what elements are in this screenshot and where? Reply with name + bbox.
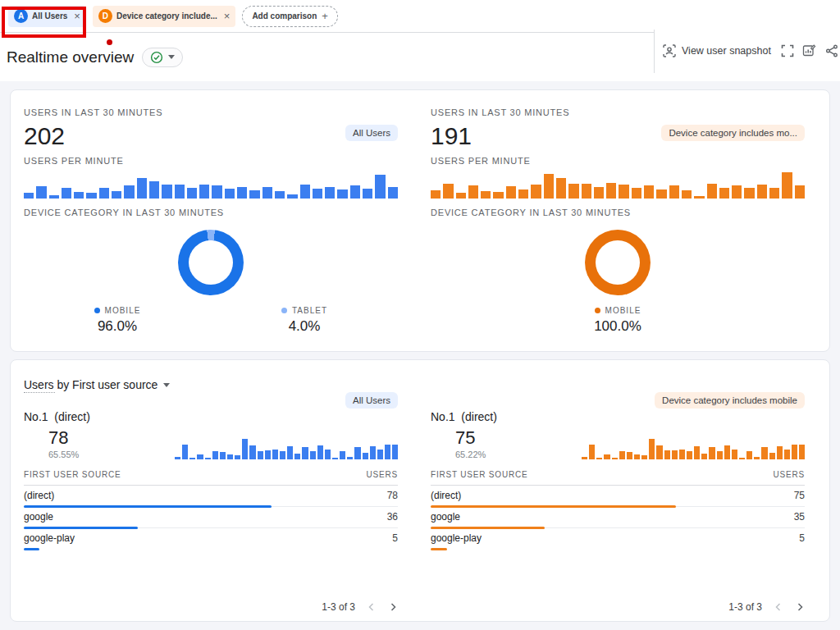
row-value: 5 xyxy=(392,532,398,544)
title-text: Users by First user source xyxy=(24,378,158,391)
page-header: A All Users × D Device category include.… xyxy=(0,0,840,81)
row-label: google xyxy=(431,511,460,523)
legend-item-mobile: MOBILE 100.0% xyxy=(431,306,805,335)
fullscreen-icon[interactable] xyxy=(781,44,794,57)
top-source-percent: 65.22% xyxy=(455,450,486,459)
chevron-down-icon xyxy=(168,55,175,59)
row-value: 78 xyxy=(387,490,398,501)
row-label: (direct) xyxy=(24,490,54,501)
legend-dot xyxy=(281,308,287,313)
device-category-label: DEVICE CATEGORY IN LAST 30 MINUTES xyxy=(431,208,805,217)
table-row[interactable]: google 36 xyxy=(24,507,398,528)
legend-value: 4.0% xyxy=(211,318,398,335)
segment-chip: Device category includes mo... xyxy=(661,125,805,141)
users-by-source-title[interactable]: Users by First user source xyxy=(24,378,398,391)
realtime-panel-all-users: USERS IN LAST 30 MINUTES 202 All Users U… xyxy=(24,90,398,351)
legend-dot xyxy=(595,308,600,313)
segment-chip: All Users xyxy=(345,392,398,409)
source-sparkline-chart xyxy=(582,438,805,459)
view-user-snapshot-button[interactable]: View user snapshot xyxy=(682,45,771,57)
segment-chip: Device category includes mobile xyxy=(655,392,805,409)
source-sparkline-chart xyxy=(175,438,398,459)
top-source-value: 78 xyxy=(48,428,79,448)
annotation-red-rectangle xyxy=(2,7,86,38)
data-quality-badge[interactable] xyxy=(142,48,183,67)
source-panel-comparison: Device category includes mobile No.1 (di… xyxy=(431,360,805,621)
source-panel-all-users: Users by First user source All Users No.… xyxy=(24,360,398,621)
realtime-panel-comparison: USERS IN LAST 30 MINUTES 191 Device cate… xyxy=(431,90,805,351)
table-row[interactable]: (direct) 78 xyxy=(24,486,398,507)
row-value: 5 xyxy=(799,532,805,544)
legend-item-mobile: MOBILE 96.0% xyxy=(24,306,211,335)
top-source-label: No.1 (direct) xyxy=(431,410,805,423)
legend-dot xyxy=(94,308,100,313)
pagination-label: 1-3 of 3 xyxy=(322,601,355,613)
row-label: google-play xyxy=(431,532,482,544)
previous-page-icon[interactable] xyxy=(367,602,377,612)
page-title: Realtime overview xyxy=(7,48,134,66)
share-icon[interactable] xyxy=(825,44,838,57)
chip-letter-badge: D xyxy=(98,9,112,23)
top-source-value: 75 xyxy=(455,428,486,448)
table-row[interactable]: (direct) 75 xyxy=(431,486,805,507)
row-value: 36 xyxy=(387,511,398,523)
legend-label: MOBILE xyxy=(105,306,141,315)
device-category-label: DEVICE CATEGORY IN LAST 30 MINUTES xyxy=(24,208,398,217)
table-row[interactable]: google-play 5 xyxy=(431,528,805,549)
comparison-bar: A All Users × D Device category include.… xyxy=(0,0,654,33)
users-per-minute-label: USERS PER MINUTE xyxy=(24,156,398,166)
edit-dashboard-icon[interactable] xyxy=(802,43,816,57)
users-by-source-card: Users by First user source All Users No.… xyxy=(10,359,830,622)
users-per-minute-chart xyxy=(24,169,398,199)
top-source-label: No.1 (direct) xyxy=(24,410,398,423)
header-toolbar: View user snapshot xyxy=(654,0,840,81)
row-value: 75 xyxy=(794,490,805,501)
add-comparison-button[interactable]: Add comparison + xyxy=(242,6,338,27)
comparison-chip-device-category[interactable]: D Device category include... × xyxy=(93,6,235,27)
add-comparison-label: Add comparison xyxy=(252,11,317,21)
device-category-donut xyxy=(178,230,244,295)
chip-label: Device category include... xyxy=(116,11,217,21)
check-circle-icon xyxy=(150,51,163,64)
pagination: 1-3 of 3 xyxy=(322,601,398,613)
main-content: USERS IN LAST 30 MINUTES 202 All Users U… xyxy=(0,81,840,630)
users-last-30-label: USERS IN LAST 30 MINUTES xyxy=(24,107,398,117)
legend-value: 96.0% xyxy=(24,318,211,335)
table-row[interactable]: google 35 xyxy=(431,507,805,528)
column-header-users: USERS xyxy=(367,470,398,479)
close-icon[interactable]: × xyxy=(224,10,231,22)
column-header-source: FIRST USER SOURCE xyxy=(431,470,527,479)
realtime-users-card: USERS IN LAST 30 MINUTES 202 All Users U… xyxy=(10,89,830,352)
legend-label: MOBILE xyxy=(605,306,641,315)
previous-page-icon[interactable] xyxy=(774,602,783,612)
pagination-label: 1-3 of 3 xyxy=(728,601,762,613)
row-bar xyxy=(431,548,447,550)
row-bar xyxy=(24,548,39,550)
user-snapshot-icon[interactable] xyxy=(662,43,677,58)
dotted-underline xyxy=(24,392,55,393)
row-label: google-play xyxy=(24,532,75,544)
chevron-down-icon xyxy=(163,383,170,387)
next-page-icon[interactable] xyxy=(795,602,805,612)
legend-item-tablet: TABLET 4.0% xyxy=(211,306,398,335)
users-last-30-label: USERS IN LAST 30 MINUTES xyxy=(431,107,805,117)
plus-icon: + xyxy=(322,10,328,22)
users-count: 202 xyxy=(24,123,398,149)
device-category-donut xyxy=(585,230,651,295)
users-per-minute-chart xyxy=(431,169,805,199)
legend-label: TABLET xyxy=(292,306,327,315)
column-header-users: USERS xyxy=(774,470,805,479)
pagination: 1-3 of 3 xyxy=(728,601,805,613)
table-row[interactable]: google-play 5 xyxy=(24,528,398,549)
row-value: 35 xyxy=(794,511,805,523)
column-header-source: FIRST USER SOURCE xyxy=(24,470,121,479)
row-label: (direct) xyxy=(431,490,461,501)
row-label: google xyxy=(24,511,53,523)
next-page-icon[interactable] xyxy=(388,602,398,612)
legend-value: 100.0% xyxy=(431,318,805,335)
top-source-percent: 65.55% xyxy=(48,450,79,459)
annotation-red-dot xyxy=(107,39,112,45)
segment-chip: All Users xyxy=(345,125,398,141)
users-per-minute-label: USERS PER MINUTE xyxy=(431,156,805,166)
